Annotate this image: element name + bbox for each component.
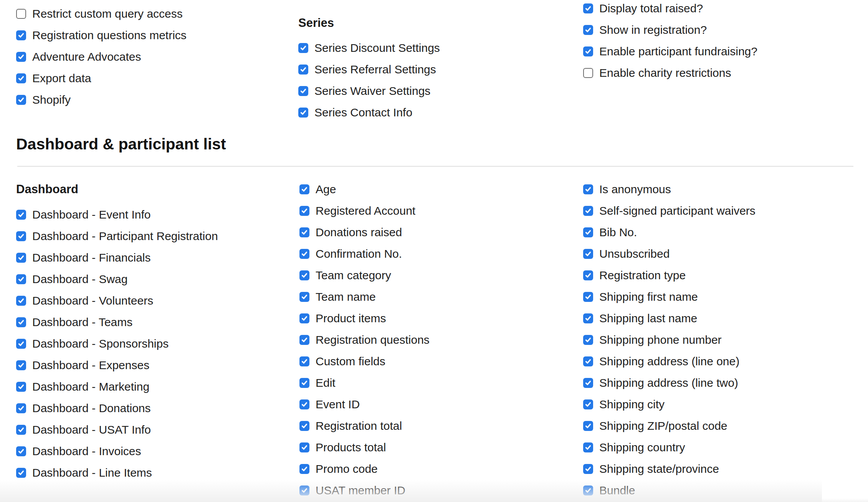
checkbox-row: Shipping country <box>583 440 756 455</box>
checkbox[interactable] <box>299 485 309 495</box>
checkbox-label: Dashboard - Volunteers <box>32 293 153 308</box>
checkbox-row: Shipping first name <box>583 289 756 305</box>
checkbox-label: Dashboard - Marketing <box>32 379 149 394</box>
checkbox-label: Confirmation No. <box>316 246 402 262</box>
checkbox[interactable] <box>583 270 593 280</box>
checkbox-label: Team name <box>316 289 376 305</box>
check-icon <box>584 250 592 258</box>
check-icon <box>584 48 592 55</box>
checkbox-label: Registration questions metrics <box>32 28 187 43</box>
checkbox[interactable] <box>299 421 309 431</box>
checkbox[interactable] <box>299 227 309 237</box>
checkbox[interactable] <box>299 356 309 366</box>
checkbox-label: Dashboard - Swag <box>32 272 127 287</box>
checkbox[interactable] <box>583 335 593 345</box>
checkbox-row: Bundle <box>583 483 756 498</box>
checkbox-label: Dashboard - USAT Info <box>32 422 151 437</box>
checkbox[interactable] <box>16 446 26 456</box>
checkbox[interactable] <box>299 313 309 323</box>
checkbox[interactable] <box>299 249 309 259</box>
checkbox[interactable] <box>16 52 26 62</box>
checkbox[interactable] <box>16 73 26 83</box>
check-icon <box>17 75 25 82</box>
checkbox[interactable] <box>16 317 26 327</box>
checkbox[interactable] <box>583 485 593 495</box>
checkbox[interactable] <box>298 108 308 118</box>
checkbox[interactable] <box>583 184 593 194</box>
checkbox[interactable] <box>16 274 26 284</box>
checkbox-row: Registration questions <box>299 332 430 348</box>
checkbox[interactable] <box>298 86 308 96</box>
checkbox-label: Product items <box>316 311 386 326</box>
fundraising-column: Display total raised? Show in registrati… <box>583 1 757 87</box>
checkbox[interactable] <box>583 399 593 409</box>
checkbox[interactable] <box>583 464 593 474</box>
checkbox-row: Dashboard - Sponsorships <box>16 336 218 351</box>
checkbox[interactable] <box>16 253 26 263</box>
checkbox[interactable] <box>299 442 309 452</box>
checkbox[interactable] <box>299 399 309 409</box>
checkbox[interactable] <box>583 292 593 302</box>
checkbox[interactable] <box>16 403 26 413</box>
dashboard-column: Dashboard Dashboard - Event Info Dashboa… <box>16 182 218 487</box>
checkbox[interactable] <box>583 313 593 323</box>
checkbox[interactable] <box>16 9 26 19</box>
checkbox-row: Team category <box>299 268 430 283</box>
checkbox[interactable] <box>16 30 26 40</box>
checkbox[interactable] <box>583 68 593 78</box>
checkbox[interactable] <box>16 95 26 105</box>
checkbox-row: USAT member ID <box>299 483 430 498</box>
section-divider <box>17 166 853 167</box>
checkbox-label: Shipping state/province <box>599 461 719 477</box>
checkbox-row: Dashboard - Teams <box>16 315 218 330</box>
checkbox[interactable] <box>16 210 26 220</box>
checkbox[interactable] <box>16 468 26 478</box>
checkbox-label: Is anonymous <box>599 182 671 197</box>
check-icon <box>584 422 592 430</box>
checkbox-row: Shopify <box>16 92 187 108</box>
check-icon <box>17 469 25 477</box>
checkbox[interactable] <box>299 378 309 388</box>
checkbox[interactable] <box>583 46 593 56</box>
checkbox-row: Shipping address (line one) <box>583 354 756 369</box>
checkbox-label: Custom fields <box>316 354 385 369</box>
checkbox[interactable] <box>299 335 309 345</box>
checkbox[interactable] <box>583 442 593 452</box>
checkbox-label: Series Contact Info <box>314 105 412 120</box>
checkbox[interactable] <box>583 206 593 216</box>
checkbox[interactable] <box>583 249 593 259</box>
checkbox-label: Dashboard - Invoices <box>32 444 141 459</box>
checkbox[interactable] <box>298 65 308 75</box>
checkbox[interactable] <box>299 206 309 216</box>
checkbox[interactable] <box>299 184 309 194</box>
checkbox[interactable] <box>583 3 593 13</box>
check-icon <box>17 404 25 412</box>
check-icon <box>301 272 308 279</box>
checkbox[interactable] <box>16 360 26 370</box>
checkbox[interactable] <box>299 464 309 474</box>
checkbox[interactable] <box>583 421 593 431</box>
checkbox-row: Registration questions metrics <box>16 28 187 43</box>
check-icon <box>17 426 25 434</box>
checkbox[interactable] <box>583 227 593 237</box>
checkbox-label: Dashboard - Sponsorships <box>32 336 169 351</box>
checkbox[interactable] <box>16 382 26 392</box>
check-icon <box>584 336 592 344</box>
check-icon <box>301 293 308 301</box>
series-checkbox-list: Series Discount Settings Series Referral… <box>298 40 440 120</box>
checkbox[interactable] <box>583 378 593 388</box>
checkbox[interactable] <box>583 25 593 35</box>
checkbox-label: Restrict custom query access <box>32 6 183 22</box>
checkbox[interactable] <box>16 231 26 241</box>
checkbox[interactable] <box>583 356 593 366</box>
checkbox[interactable] <box>299 270 309 280</box>
checkbox[interactable] <box>16 339 26 349</box>
check-icon <box>301 465 308 473</box>
checkbox[interactable] <box>16 425 26 435</box>
checkbox[interactable] <box>298 43 308 53</box>
check-icon <box>17 383 25 391</box>
checkbox[interactable] <box>299 292 309 302</box>
checkbox[interactable] <box>16 296 26 306</box>
checkbox-row: Dashboard - USAT Info <box>16 422 218 437</box>
checkbox-label: Show in registration? <box>599 22 707 38</box>
